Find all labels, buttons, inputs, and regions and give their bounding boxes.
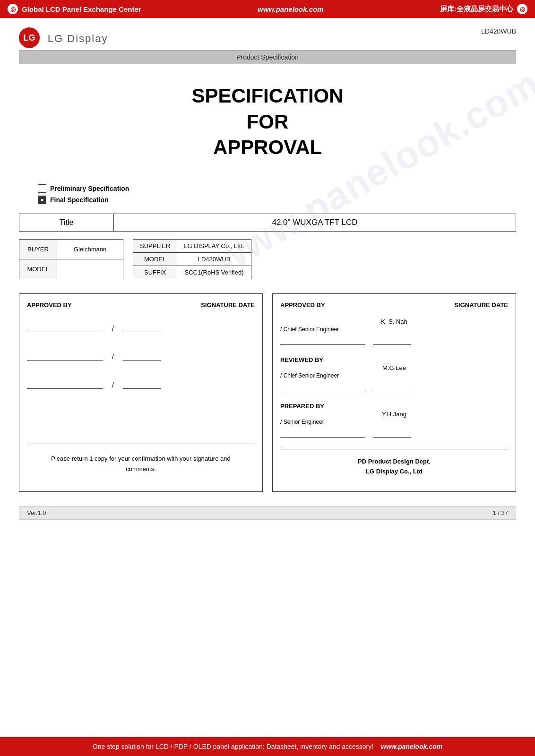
sig-short-1 — [123, 323, 161, 332]
bottom-banner-text: One step solution for LCD / PDP / OLED p… — [93, 743, 373, 750]
pd-dept-box: PD Product Design Dept. LG Display Co., … — [280, 449, 508, 484]
person1-block: K. S. Nah / Chief Senior Engineer — [280, 318, 508, 345]
person2-name: M.G.Lee — [280, 364, 508, 371]
person3-block: PREPARED BY Y.H.Jang / Senior Engineer — [280, 403, 508, 438]
approval-right-box: APPROVED BY SIGNATURE DATE K. S. Nah / C… — [272, 293, 516, 492]
approved-by-left-label: APPROVED BY — [27, 301, 72, 309]
top-banner-left-text: Global LCD Panel Exchange Center — [22, 5, 141, 13]
suffix-value: SCC1(RoHS Verified) — [177, 266, 251, 279]
final-checkbox-row: ● Final Specification — [38, 196, 516, 204]
person2-block: REVIEWED BY M.G.Lee / Chief Senior Engin… — [280, 356, 508, 391]
final-checkbox: ● — [38, 196, 46, 204]
approval-section: APPROVED BY SIGNATURE DATE / / / Please — [19, 293, 516, 492]
spec-title-h1: SPECIFICATION FOR APPROVAL — [19, 83, 516, 161]
footer-bar: Ver.1.0 1 / 37 — [19, 506, 516, 520]
person2-title: / Chief Senior Engineer — [280, 372, 508, 379]
buyer-value: Gleichmann — [57, 239, 123, 259]
sig-long-1 — [27, 323, 103, 332]
supplier-model-value: LD420WUB — [177, 252, 251, 266]
dept-line2: LG Display Co., Ltd — [288, 467, 500, 477]
left-icon: ◎ — [8, 4, 18, 14]
person2-sig-row — [280, 382, 508, 391]
suffix-label: SUFFIX — [133, 266, 177, 279]
bottom-banner-link: www.panelook.com — [381, 743, 442, 750]
sig-line-2: / — [27, 351, 255, 361]
top-banner-right-text: 屏库:全液晶屏交易中心 — [440, 5, 513, 14]
buyer-label: BUYER — [19, 239, 57, 259]
prepared-by-label: PREPARED BY — [280, 403, 508, 410]
preliminary-checkbox-row: Preliminary Specification — [38, 184, 516, 193]
spec-title: SPECIFICATION FOR APPROVAL — [19, 83, 516, 161]
person1-title: / Chief Senior Engineer — [280, 326, 508, 333]
person3-sig-row — [280, 428, 508, 438]
approval-left-header: APPROVED BY SIGNATURE DATE — [27, 301, 255, 309]
top-banner: ◎ Global LCD Panel Exchange Center www.p… — [0, 0, 535, 18]
sig-line-3: / — [27, 379, 255, 389]
lg-logo: LG LG Display — [19, 27, 108, 48]
top-banner-right: 屏库:全液晶屏交易中心 ◎ — [440, 4, 527, 14]
title-label: Title — [19, 214, 114, 231]
model-label: MODEL — [19, 259, 57, 279]
sig-short-3 — [123, 379, 161, 389]
person2-sig-line — [280, 382, 365, 391]
supplier-value: LG DISPLAY Co., Ltd. — [177, 239, 251, 252]
approved-by-right-label: APPROVED BY — [280, 301, 325, 309]
preliminary-checkbox — [38, 184, 46, 193]
brand-name: LG Display — [43, 30, 108, 45]
person1-name: K. S. Nah — [280, 318, 508, 325]
top-banner-center: www.panelook.com — [258, 5, 323, 13]
person1-date-line — [373, 335, 411, 345]
person3-sig-line — [280, 428, 365, 438]
right-icon: ◎ — [517, 4, 527, 14]
title-value: 42.0" WUXGA TFT LCD — [114, 214, 516, 231]
supplier-table: SUPPLIER LG DISPLAY Co., Ltd. MODEL LD42… — [133, 239, 251, 279]
slash-1: / — [112, 325, 114, 332]
approval-left-box: APPROVED BY SIGNATURE DATE / / / Please — [19, 293, 263, 492]
signature-date-right-label: SIGNATURE DATE — [454, 301, 508, 309]
final-label: Final Specification — [50, 196, 109, 204]
slash-3: / — [112, 381, 114, 389]
approval-right-header: APPROVED BY SIGNATURE DATE — [280, 301, 508, 309]
checkboxes-section: Preliminary Specification ● Final Specif… — [19, 184, 516, 204]
buyer-table: BUYER Gleichmann MODEL — [19, 239, 123, 279]
signature-date-left-label: SIGNATURE DATE — [201, 301, 255, 309]
sig-long-2 — [27, 351, 103, 361]
person2-date-line — [373, 382, 411, 391]
header-row: LG LG Display LD420WUB — [19, 27, 516, 48]
sig-line-1: / — [27, 323, 255, 332]
supplier-model-label: MODEL — [133, 252, 177, 266]
footer-version: Ver.1.0 — [27, 509, 46, 516]
title-table: Title 42.0" WUXGA TFT LCD — [19, 214, 516, 232]
sig-short-2 — [123, 351, 161, 361]
person1-sig-line — [280, 335, 365, 345]
footer-page: 1 / 37 — [492, 509, 508, 516]
model-number: LD420WUB — [481, 27, 516, 35]
person3-date-line — [373, 428, 411, 438]
slash-2: / — [112, 353, 114, 361]
top-banner-left: ◎ Global LCD Panel Exchange Center — [8, 4, 141, 14]
bottom-banner: One step solution for LCD / PDP / OLED p… — [0, 737, 535, 756]
product-spec-bar: Product Specification — [19, 50, 516, 64]
return-copy-text: Please return 1 copy for your confirmati… — [27, 444, 255, 484]
person1-sig-row — [280, 335, 508, 345]
reviewed-by-label: REVIEWED BY — [280, 356, 508, 363]
model-value — [57, 259, 123, 279]
sig-long-3 — [27, 379, 103, 389]
supplier-label: SUPPLIER — [133, 239, 177, 252]
lg-circle-icon: LG — [19, 27, 40, 48]
dept-line1: PD Product Design Dept. — [288, 457, 500, 467]
info-tables: BUYER Gleichmann MODEL SUPPLIER LG DISPL… — [19, 239, 516, 279]
preliminary-label: Preliminary Specification — [50, 185, 129, 192]
person3-name: Y.H.Jang — [280, 411, 508, 418]
person3-title: / Senior Engineer — [280, 419, 508, 425]
